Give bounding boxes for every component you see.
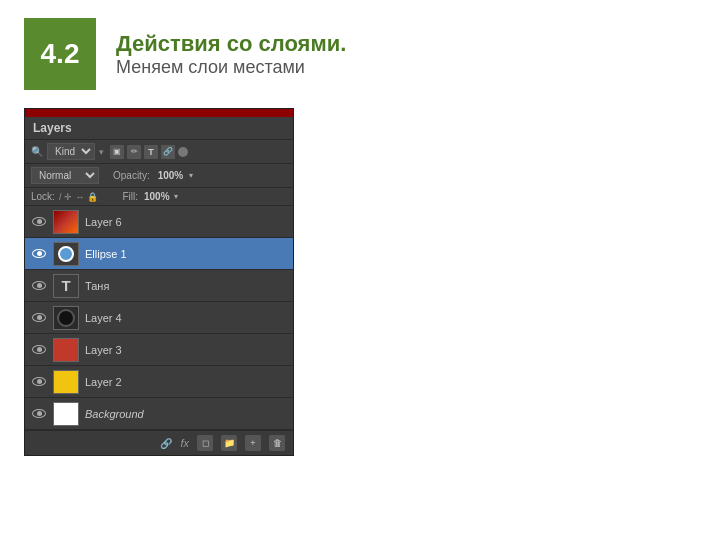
layer-name-layer2: Layer 2 xyxy=(85,376,287,388)
lock-all-icon[interactable]: 🔒 xyxy=(87,192,98,202)
lock-row: Lock: / ✛ ↔ 🔒 Fill: 100% ▾ xyxy=(25,188,293,206)
thumb-layer6 xyxy=(53,210,79,234)
thumb-background xyxy=(53,402,79,426)
layer-row-background[interactable]: Background xyxy=(25,398,293,430)
search-icon: 🔍 xyxy=(31,146,43,157)
bottom-toolbar: 🔗 fx ◻ 📁 + 🗑 xyxy=(25,430,293,455)
blend-row: Normal Opacity: 100% ▾ xyxy=(25,164,293,188)
layer-name-ellipse1: Ellipse 1 xyxy=(85,248,287,260)
kind-select[interactable]: Kind xyxy=(47,143,95,160)
layer-row-layer6[interactable]: Layer 6 xyxy=(25,206,293,238)
visibility-icon-layer3[interactable] xyxy=(31,344,47,356)
fill-value: 100% xyxy=(144,191,170,202)
layer-name-background: Background xyxy=(85,408,287,420)
fx-icon[interactable]: fx xyxy=(180,437,189,449)
fill-label: Fill: xyxy=(122,191,138,202)
thumb-ellipse1 xyxy=(53,242,79,266)
layer-row-layer4[interactable]: Layer 4 xyxy=(25,302,293,334)
lock-move-icon[interactable]: ✛ xyxy=(64,192,72,202)
thumb-tanya: T xyxy=(53,274,79,298)
visibility-icon-layer4[interactable] xyxy=(31,312,47,324)
filter-row: 🔍 Kind ▾ ▣ ✏ T 🔗 xyxy=(25,140,293,164)
image-filter-icon[interactable]: ▣ xyxy=(110,145,124,159)
pen-filter-icon[interactable]: ✏ xyxy=(127,145,141,159)
opacity-label: Opacity: xyxy=(113,170,150,181)
new-layer-icon[interactable]: + xyxy=(245,435,261,451)
titlebar xyxy=(25,109,293,117)
lock-artboard-icon[interactable]: ↔ xyxy=(75,192,84,202)
filter-icons: ▣ ✏ T 🔗 xyxy=(110,145,188,159)
layers-panel: Layers 🔍 Kind ▾ ▣ ✏ T 🔗 Normal Opacity: … xyxy=(24,108,294,456)
panel-wrapper: Layers 🔍 Kind ▾ ▣ ✏ T 🔗 Normal Opacity: … xyxy=(24,108,696,456)
layer-name-tanya: Таня xyxy=(85,280,287,292)
layer-row-layer2[interactable]: Layer 2 xyxy=(25,366,293,398)
add-mask-icon[interactable]: ◻ xyxy=(197,435,213,451)
blend-mode-select[interactable]: Normal xyxy=(31,167,99,184)
header: 4.2 Действия со слоями. Меняем слои мест… xyxy=(0,0,720,108)
thumb-layer2 xyxy=(53,370,79,394)
lock-label: Lock: xyxy=(31,191,55,202)
page-subtitle: Меняем слои местами xyxy=(116,57,346,78)
chevron-icon: ▾ xyxy=(99,147,104,157)
link-layers-icon[interactable]: 🔗 xyxy=(160,438,172,449)
visibility-icon-ellipse1[interactable] xyxy=(31,248,47,260)
section-badge: 4.2 xyxy=(24,18,96,90)
thumb-layer4 xyxy=(53,306,79,330)
link-filter-icon[interactable]: 🔗 xyxy=(161,145,175,159)
thumb-layer3 xyxy=(53,338,79,362)
visibility-icon-tanya[interactable] xyxy=(31,280,47,292)
layer-name-layer6: Layer 6 xyxy=(85,216,287,228)
layer-name-layer3: Layer 3 xyxy=(85,344,287,356)
circle-filter-icon[interactable] xyxy=(178,147,188,157)
visibility-icon-layer2[interactable] xyxy=(31,376,47,388)
layer-row-tanya[interactable]: T Таня xyxy=(25,270,293,302)
delete-layer-icon[interactable]: 🗑 xyxy=(269,435,285,451)
visibility-icon-background[interactable] xyxy=(31,408,47,420)
header-text: Действия со слоями. Меняем слои местами xyxy=(116,31,346,78)
text-filter-icon[interactable]: T xyxy=(144,145,158,159)
lock-paint-icon[interactable]: / xyxy=(59,192,62,202)
layer-name-layer4: Layer 4 xyxy=(85,312,287,324)
layer-row-layer3[interactable]: Layer 3 xyxy=(25,334,293,366)
opacity-value: 100% xyxy=(158,170,184,181)
layer-row-ellipse1[interactable]: Ellipse 1 xyxy=(25,238,293,270)
new-group-icon[interactable]: 📁 xyxy=(221,435,237,451)
page-title: Действия со слоями. xyxy=(116,31,346,57)
panel-title: Layers xyxy=(25,117,293,140)
visibility-icon-layer6[interactable] xyxy=(31,216,47,228)
lock-icons: / ✛ ↔ 🔒 xyxy=(59,192,99,202)
opacity-chevron: ▾ xyxy=(189,171,193,180)
fill-chevron: ▾ xyxy=(174,192,178,201)
